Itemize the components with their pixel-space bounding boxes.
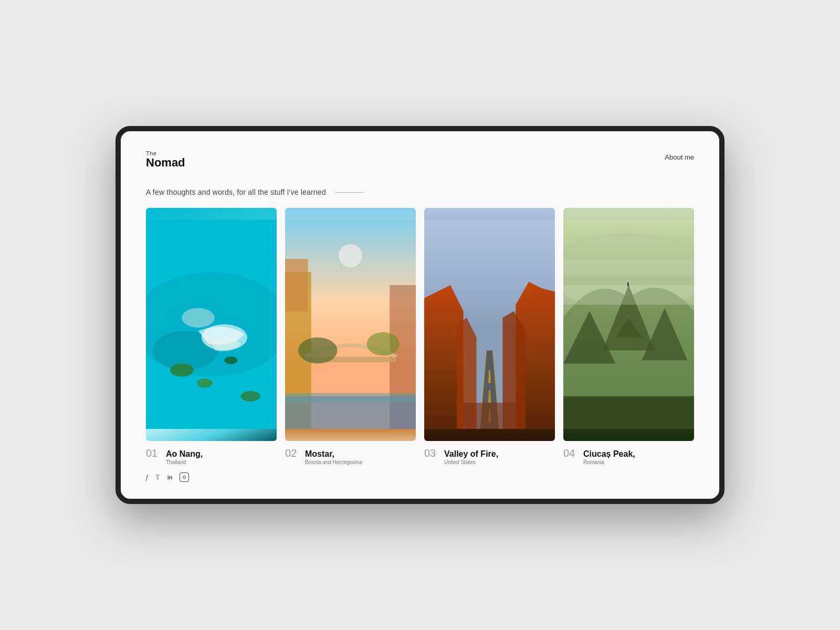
- card-info-mostar: 02. Mostar, Bosnia and Herzegovina: [285, 441, 416, 467]
- card-ao-nang[interactable]: 01. Ao Nang, Thailand: [146, 208, 277, 467]
- tagline-row: A few thoughts and words, for all the st…: [146, 188, 694, 196]
- card-subtitle-2: Bosnia and Herzegovina: [305, 459, 362, 465]
- svg-point-7: [224, 356, 237, 364]
- svg-rect-21: [464, 403, 516, 429]
- tagline-text: A few thoughts and words, for all the st…: [146, 188, 326, 196]
- header: The Nomad About me: [146, 150, 694, 169]
- card-number-2: 02.: [285, 447, 302, 459]
- card-title-4: Ciucaș Peak,: [583, 449, 635, 459]
- mostar-svg: [285, 208, 416, 441]
- twitter-icon[interactable]: 𝕋: [155, 474, 160, 481]
- svg-point-5: [170, 364, 194, 377]
- card-image-ciucas: [563, 208, 694, 441]
- card-number-3: 03.: [424, 447, 441, 459]
- facebook-icon[interactable]: f: [146, 473, 148, 481]
- card-subtitle-1: Thailand: [166, 459, 203, 465]
- svg-point-18: [298, 338, 338, 364]
- svg-rect-27: [627, 282, 628, 286]
- valley-svg: [424, 208, 555, 441]
- card-ciucas[interactable]: 04. Ciucaș Peak, Romania: [563, 208, 694, 467]
- svg-point-6: [197, 379, 213, 387]
- linkedin-icon[interactable]: in: [167, 474, 173, 480]
- card-image-valley-of-fire: [424, 208, 555, 441]
- instagram-icon[interactable]: [180, 472, 189, 482]
- nav-about-link[interactable]: About me: [665, 153, 694, 161]
- card-number-4: 04.: [563, 447, 580, 459]
- device-frame: The Nomad About me A few thoughts and wo…: [116, 126, 724, 504]
- card-title-block-4: Ciucaș Peak, Romania: [583, 449, 635, 465]
- svg-rect-25: [563, 259, 694, 276]
- card-subtitle-4: Romania: [583, 459, 635, 465]
- logo-block: The Nomad: [146, 150, 185, 169]
- svg-point-11: [339, 244, 362, 268]
- svg-rect-13: [285, 259, 308, 312]
- card-mostar[interactable]: 02. Mostar, Bosnia and Herzegovina: [285, 208, 416, 467]
- ao-nang-svg: [146, 208, 277, 441]
- card-subtitle-3: United States: [444, 459, 498, 465]
- logo-nomad: Nomad: [146, 156, 185, 169]
- svg-rect-26: [563, 396, 694, 429]
- card-title-block-3: Valley of Fire, United States: [444, 449, 498, 465]
- ciucas-svg: [563, 208, 694, 441]
- tagline-divider: [335, 192, 363, 193]
- svg-point-4: [182, 308, 214, 328]
- card-info-valley: 03. Valley of Fire, United States: [424, 441, 555, 467]
- card-title-2: Mostar,: [305, 449, 362, 459]
- card-image-mostar: [285, 208, 416, 441]
- svg-point-19: [367, 332, 400, 356]
- svg-point-8: [241, 391, 260, 402]
- social-row: f 𝕋 in: [146, 472, 694, 482]
- svg-rect-24: [563, 285, 694, 304]
- card-title-3: Valley of Fire,: [444, 449, 498, 459]
- card-title-block-2: Mostar, Bosnia and Herzegovina: [305, 449, 362, 465]
- card-number-1: 01.: [146, 447, 163, 459]
- card-info-ciucas: 04. Ciucaș Peak, Romania: [563, 441, 694, 467]
- cards-grid: 01. Ao Nang, Thailand: [146, 208, 694, 467]
- card-info-ao-nang: 01. Ao Nang, Thailand: [146, 441, 277, 467]
- svg-rect-17: [285, 393, 416, 403]
- screen: The Nomad About me A few thoughts and wo…: [121, 131, 719, 499]
- card-title-1: Ao Nang,: [166, 449, 203, 459]
- card-image-ao-nang: [146, 208, 277, 441]
- card-valley-of-fire[interactable]: 03. Valley of Fire, United States: [424, 208, 555, 467]
- card-title-block-1: Ao Nang, Thailand: [166, 449, 203, 465]
